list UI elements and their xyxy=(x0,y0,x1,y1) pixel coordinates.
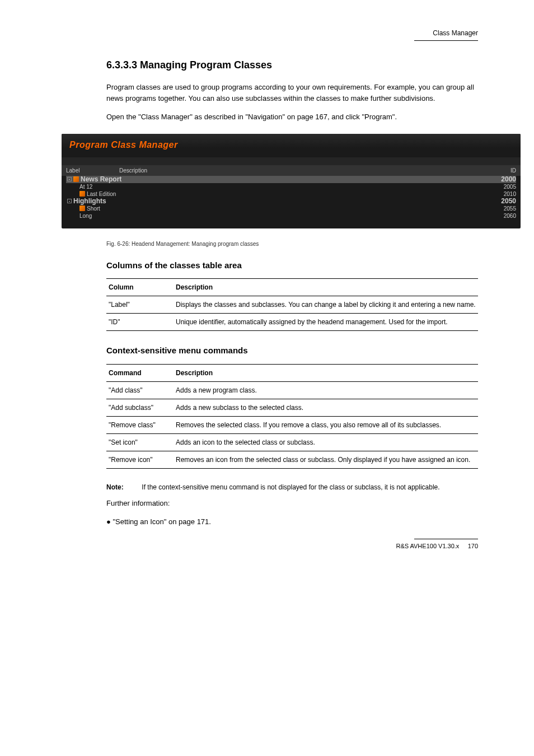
table-row: "Add subclass"Adds a new subclass to the… xyxy=(106,399,478,416)
table-row: "ID"Unique identifier, automatically ass… xyxy=(106,314,478,331)
page-footer: R&S AVHE100 V1.30.x 170 xyxy=(56,542,478,551)
window-toolbar xyxy=(62,157,521,165)
class-tree: -News Report2000At 122005Last Edition201… xyxy=(62,176,521,228)
table-row: "Remove icon"Removes an icon from the se… xyxy=(106,451,478,468)
figure-caption: Fig. 6-26: Headend Management: Managing … xyxy=(106,240,478,248)
columns-table-heading: Columns of the classes table area xyxy=(106,259,478,272)
section-heading: 6.3.3.3 Managing Program Classes xyxy=(106,58,478,73)
further-info-heading: Further information: xyxy=(106,498,478,509)
note-paragraph: Note: If the context-sensitive menu comm… xyxy=(106,482,478,492)
table-row: "Label"Displays the classes and subclass… xyxy=(106,296,478,314)
tree-row[interactable]: Long2060 xyxy=(66,212,516,220)
columns-table-head-1: Column xyxy=(106,279,174,296)
footer-right: 170 xyxy=(468,543,478,549)
page-header-right: Class Manager xyxy=(56,28,478,40)
intro-paragraph: Program classes are used to group progra… xyxy=(106,82,478,104)
table-row: "Remove class"Removes the selected class… xyxy=(106,416,478,433)
table-row: "Set icon"Adds an icon to the selected c… xyxy=(106,433,478,451)
further-info-item: ● "Setting an Icon" on page 171. xyxy=(106,516,478,528)
context-table: Command Description "Add class"Adds a ne… xyxy=(106,364,478,469)
context-table-heading: Context-sensitive menu commands xyxy=(106,344,478,357)
note-label: Note: xyxy=(106,482,140,492)
class-icon xyxy=(79,206,85,211)
columns-table-head-2: Description xyxy=(174,279,478,296)
class-icon xyxy=(73,176,79,182)
collapse-icon[interactable]: - xyxy=(67,177,72,181)
note-text: If the context-sensitive menu command is… xyxy=(142,483,439,491)
header-divider xyxy=(414,40,478,41)
columns-table: Column Description "Label"Displays the c… xyxy=(106,278,478,331)
column-header-label[interactable]: Label xyxy=(66,166,119,175)
footer-divider xyxy=(414,539,478,539)
window-title: Program Class Manager xyxy=(62,134,521,157)
column-header-description[interactable]: Description xyxy=(119,166,488,175)
tree-row-id: 2060 xyxy=(488,212,516,220)
program-class-manager-window: Program Class Manager Label Description … xyxy=(62,134,521,228)
context-table-head-2: Description xyxy=(174,364,478,381)
tree-row-label: Long xyxy=(79,212,92,220)
column-header-id[interactable]: ID xyxy=(488,166,516,175)
footer-left: R&S AVHE100 V1.30.x xyxy=(396,543,459,549)
context-table-head-1: Command xyxy=(106,364,174,381)
open-path-paragraph: Open the "Class Manager" as described in… xyxy=(106,111,478,123)
table-row: "Add class"Adds a new program class. xyxy=(106,381,478,399)
collapse-icon[interactable]: - xyxy=(67,199,72,203)
